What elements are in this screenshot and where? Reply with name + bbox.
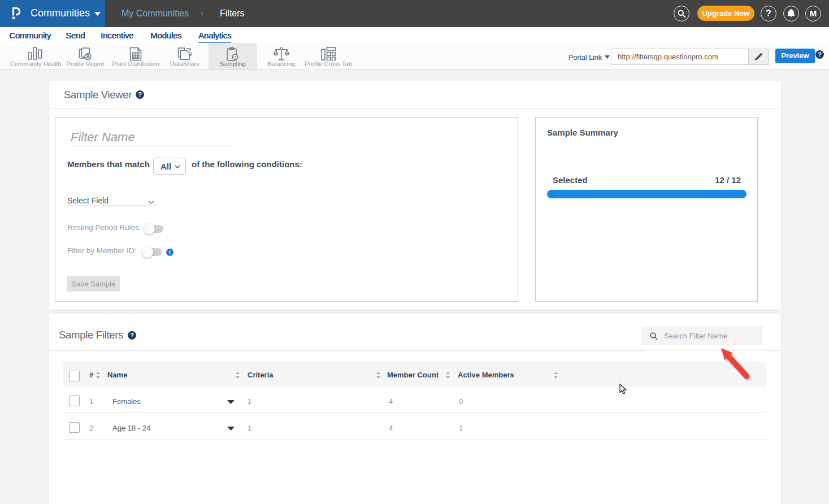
svg-text:?: ?	[234, 55, 237, 60]
